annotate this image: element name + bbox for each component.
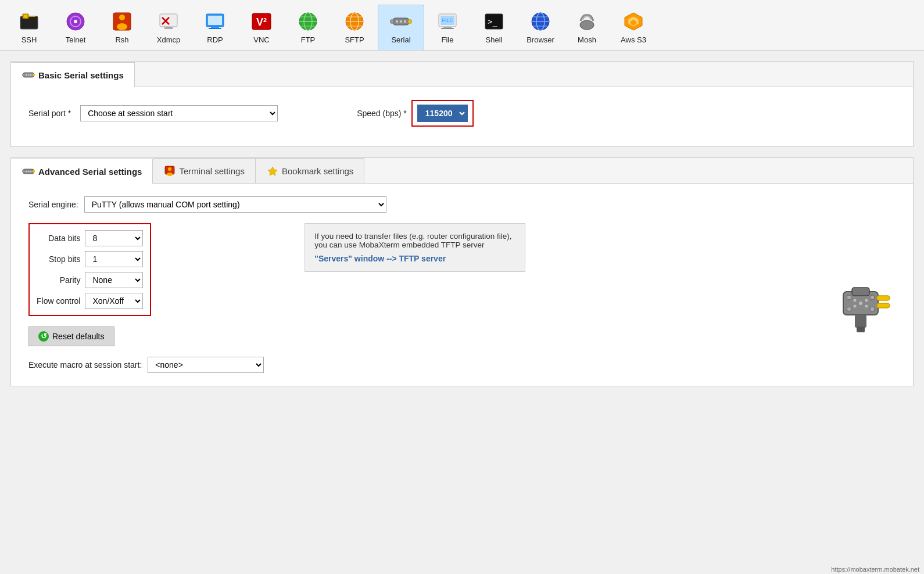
nav-item-rdp[interactable]: RDP: [192, 5, 238, 50]
macro-select[interactable]: <none>: [148, 357, 264, 373]
nav-item-aws-s3[interactable]: Aws S3: [610, 5, 657, 50]
svg-rect-60: [33, 170, 35, 173]
svg-marker-67: [268, 167, 277, 175]
data-bits-select[interactable]: 8 7 6 5: [85, 230, 143, 246]
svg-rect-17: [209, 28, 221, 29]
svg-rect-72: [855, 315, 866, 328]
svg-point-2: [24, 15, 27, 18]
nav-label-rsh: Rsh: [115, 35, 128, 44]
nav-item-shell[interactable]: >_ Shell: [471, 5, 517, 50]
nav-label-shell: Shell: [486, 35, 503, 44]
engine-select[interactable]: PuTTY (allows manual COM port setting) M…: [84, 196, 386, 213]
browser-icon: [529, 10, 552, 33]
svg-point-66: [167, 173, 173, 176]
ftp-icon: [296, 10, 320, 33]
terminal-tab-label: Terminal settings: [179, 166, 245, 176]
nav-item-vnc[interactable]: V² VNC: [238, 5, 285, 50]
flow-control-label: Flow control: [37, 296, 80, 306]
svg-text:V²: V²: [256, 16, 267, 28]
xdmcp-icon: [157, 10, 180, 33]
serial-tab-icon: [22, 69, 35, 81]
basic-serial-tabs: Basic Serial settings: [11, 62, 913, 87]
bookmark-tab-icon: [267, 165, 278, 177]
bookmark-settings-tab[interactable]: Bookmark settings: [256, 158, 364, 183]
advanced-content-area: Data bits 8 7 6 5 Stop bits 1 1.5: [28, 223, 896, 373]
svg-point-78: [859, 302, 862, 305]
speed-wrapper: 115200 9600 19200 38400 57600 230400: [411, 100, 474, 127]
nav-label-sftp: SFTP: [345, 35, 364, 44]
nav-item-telnet[interactable]: Telnet: [52, 5, 99, 50]
nav-label-mosh: Mosh: [578, 35, 596, 44]
nav-label-rdp: RDP: [207, 35, 223, 44]
serial-plug-wrapper: [826, 266, 896, 337]
svg-point-35: [404, 20, 406, 23]
nav-label-vnc: VNC: [253, 35, 269, 44]
settings-grid: Data bits 8 7 6 5 Stop bits 1 1.5: [37, 230, 143, 309]
svg-point-81: [854, 304, 857, 307]
svg-point-9: [117, 23, 127, 30]
info-link[interactable]: "Servers" window --> TFTP server: [314, 254, 515, 263]
svg-rect-13: [164, 27, 173, 29]
svg-point-61: [26, 171, 27, 173]
info-box: If you need to transfer files (e.g. rout…: [305, 223, 525, 272]
reset-defaults-button[interactable]: ↺ Reset defaults: [28, 327, 114, 346]
nav-item-rsh[interactable]: Rsh: [99, 5, 145, 50]
advanced-serial-body: Serial engine: PuTTY (allows manual COM …: [11, 184, 913, 386]
macro-row: Execute macro at session start: <none>: [28, 357, 264, 373]
nav-item-ftp[interactable]: FTP: [285, 5, 331, 50]
settings-grid-wrapper: Data bits 8 7 6 5 Stop bits 1 1.5: [28, 223, 151, 316]
svg-point-57: [30, 74, 32, 76]
nav-label-ftp: FTP: [301, 35, 316, 44]
nav-label-telnet: Telnet: [66, 35, 86, 44]
serial-port-select[interactable]: Choose at session start COM1 COM2 COM3 C…: [80, 105, 278, 121]
settings-left: Data bits 8 7 6 5 Stop bits 1 1.5: [28, 223, 264, 373]
svg-point-6: [74, 20, 77, 23]
ssh-icon: [17, 10, 41, 33]
svg-rect-39: [441, 28, 454, 29]
file-icon: FILE: [436, 10, 459, 33]
svg-rect-53: [22, 74, 24, 76]
svg-rect-15: [208, 16, 222, 25]
parity-select[interactable]: None Even Odd Mark Space: [85, 272, 143, 288]
svg-point-65: [168, 167, 171, 171]
basic-serial-body: Serial port Choose at session start COM1…: [11, 87, 913, 146]
advanced-serial-tabs: Advanced Serial settings Terminal settin…: [11, 158, 913, 184]
serial-port-label: Serial port: [28, 109, 71, 118]
nav-item-serial[interactable]: Serial: [378, 5, 424, 50]
nav-item-mosh[interactable]: Mosh: [564, 5, 610, 50]
basic-serial-panel: Basic Serial settings Serial port Choose…: [10, 61, 914, 147]
stop-bits-select[interactable]: 1 1.5 2: [85, 251, 143, 267]
svg-rect-71: [877, 303, 890, 308]
svg-point-76: [847, 307, 851, 311]
sftp-icon: [343, 10, 366, 33]
flow-control-select[interactable]: Xon/Xoff RTS/CTS None: [85, 293, 143, 309]
nav-label-ssh: SSH: [22, 35, 37, 44]
advanced-serial-tab[interactable]: Advanced Serial settings: [11, 159, 153, 184]
nav-item-file[interactable]: FILE File: [424, 5, 471, 50]
svg-point-75: [870, 295, 875, 300]
nav-item-sftp[interactable]: SFTP: [331, 5, 378, 50]
terminal-settings-tab[interactable]: Terminal settings: [153, 158, 256, 183]
info-text: If you need to transfer files (e.g. rout…: [314, 232, 515, 249]
svg-point-77: [870, 307, 875, 311]
main-content: Basic Serial settings Serial port Choose…: [0, 51, 924, 407]
svg-point-34: [400, 20, 402, 23]
nav-bar: SSH Telnet Rsh: [0, 0, 924, 51]
mosh-icon: [575, 10, 599, 33]
nav-item-browser[interactable]: Browser: [517, 5, 564, 50]
telnet-icon: [64, 10, 87, 33]
serial-port-row: Serial port Choose at session start COM1…: [28, 100, 896, 127]
svg-rect-70: [877, 296, 890, 300]
svg-point-55: [26, 74, 27, 76]
basic-serial-tab[interactable]: Basic Serial settings: [11, 62, 135, 87]
speed-select[interactable]: 115200 9600 19200 38400 57600 230400: [417, 105, 468, 122]
nav-label-aws-s3: Aws S3: [621, 35, 646, 44]
nav-label-xdmcp: Xdmcp: [157, 35, 180, 44]
svg-point-56: [28, 74, 30, 76]
svg-rect-69: [852, 288, 869, 296]
svg-point-79: [854, 299, 857, 302]
nav-item-xdmcp[interactable]: Xdmcp: [145, 5, 192, 50]
nav-item-ssh[interactable]: SSH: [6, 5, 52, 50]
bookmark-tab-label: Bookmark settings: [282, 166, 353, 176]
serial-plug-illustration: [826, 266, 896, 335]
